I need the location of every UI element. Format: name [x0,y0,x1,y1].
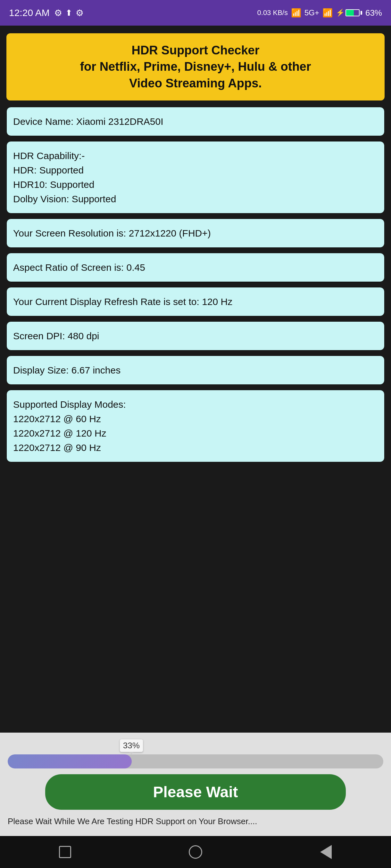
refresh-rate-card: Your Current Display Refresh Rate is set… [6,287,385,316]
status-message: Please Wait While We Are Testing HDR Sup… [8,815,383,827]
nav-home-button[interactable] [186,842,205,862]
progress-percent-label: 33% [123,741,140,750]
data-speed: 0.03 KB/s [257,9,288,17]
network-type: 5G+ [304,8,319,17]
display-modes-text: Supported Display Modes: 1220x2712 @ 60 … [13,397,378,455]
screen-resolution-card: Your Screen Resolution is: 2712x1220 (FH… [6,219,385,248]
nav-back-button[interactable] [316,842,336,862]
progress-tooltip: 33% [119,739,143,752]
signal-icon: 📶 [291,8,301,18]
battery-indicator: ⚡ [336,9,362,17]
nav-triangle-icon [320,845,332,859]
time-display: 12:20 AM [9,7,50,18]
progress-bar-fill [8,754,132,769]
battery-charge-icon: ⚡ [336,9,344,17]
progress-container: 33% [8,739,383,769]
nav-square-button[interactable] [55,842,75,862]
settings-icon: ⚙ [54,8,62,18]
hdr-capability-text: HDR Capability:- HDR: Supported HDR10: S… [13,149,378,206]
bottom-area: 33% Please Wait Please Wait While We Are… [0,733,391,836]
screen-dpi-card: Screen DPI: 480 dpi [6,321,385,350]
nav-bar [0,836,391,868]
status-right: 0.03 KB/s 📶 5G+ 📶 ⚡ 63% [257,8,382,18]
status-left: 12:20 AM ⚙ ⬆ ⚙ [9,7,84,18]
screen-resolution-text: Your Screen Resolution is: 2712x1220 (FH… [13,226,378,240]
signal-bars-icon: 📶 [323,8,333,18]
nav-square-icon [59,846,71,858]
main-content: HDR Support Checker for Netflix, Prime, … [0,26,391,733]
progress-bar-track[interactable] [8,754,383,769]
aspect-ratio-card: Aspect Ratio of Screen is: 0.45 [6,253,385,282]
upload-icon: ⬆ [65,8,73,18]
display-modes-card: Supported Display Modes: 1220x2712 @ 60 … [6,390,385,462]
refresh-rate-text: Your Current Display Refresh Rate is set… [13,294,378,309]
app-title: HDR Support Checker for Netflix, Prime, … [14,42,377,92]
device-name-text: Device Name: Xiaomi 2312DRA50I [13,114,378,129]
battery-percent: 63% [365,8,382,18]
display-size-text: Display Size: 6.67 inches [13,363,378,377]
status-icons-left: ⚙ ⬆ ⚙ [54,8,84,18]
device-name-card: Device Name: Xiaomi 2312DRA50I [6,107,385,136]
screen-dpi-text: Screen DPI: 480 dpi [13,329,378,343]
aspect-ratio-text: Aspect Ratio of Screen is: 0.45 [13,260,378,275]
display-size-card: Display Size: 6.67 inches [6,355,385,385]
gear2-icon: ⚙ [76,8,84,18]
header-banner: HDR Support Checker for Netflix, Prime, … [6,33,385,100]
status-bar: 12:20 AM ⚙ ⬆ ⚙ 0.03 KB/s 📶 5G+ 📶 ⚡ 63% [0,0,391,26]
please-wait-button[interactable]: Please Wait [45,774,346,810]
hdr-capability-card: HDR Capability:- HDR: Supported HDR10: S… [6,141,385,214]
nav-circle-icon [189,845,202,859]
